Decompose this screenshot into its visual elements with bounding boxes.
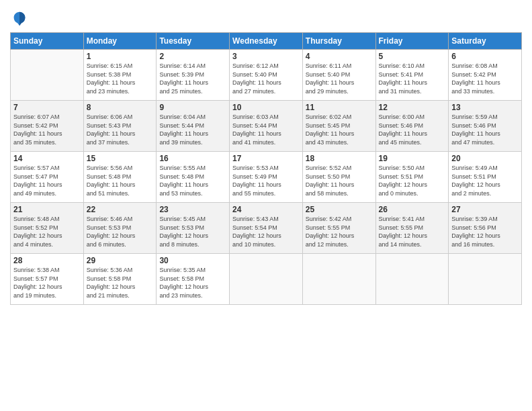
- col-sunday: Sunday: [11, 33, 84, 50]
- calendar-cell: 14Sunrise: 5:57 AM Sunset: 5:47 PM Dayli…: [11, 152, 84, 203]
- day-info: Sunrise: 6:00 AM Sunset: 5:46 PM Dayligh…: [379, 113, 446, 146]
- day-info: Sunrise: 6:12 AM Sunset: 5:40 PM Dayligh…: [232, 62, 300, 95]
- day-number: 24: [232, 205, 300, 214]
- day-number: 11: [306, 103, 373, 112]
- day-info: Sunrise: 5:46 AM Sunset: 5:53 PM Dayligh…: [87, 215, 154, 248]
- day-number: 19: [379, 154, 446, 163]
- col-friday: Friday: [375, 33, 449, 50]
- calendar-cell: 7Sunrise: 6:07 AM Sunset: 5:42 PM Daylig…: [11, 101, 84, 152]
- day-number: 20: [451, 154, 519, 163]
- calendar-cell: 16Sunrise: 5:55 AM Sunset: 5:48 PM Dayli…: [157, 152, 230, 203]
- page-container: Sunday Monday Tuesday Wednesday Thursday…: [0, 0, 532, 310]
- day-info: Sunrise: 6:04 AM Sunset: 5:44 PM Dayligh…: [159, 113, 226, 146]
- day-number: 10: [232, 103, 300, 112]
- calendar-cell: [302, 254, 375, 305]
- calendar-cell: 13Sunrise: 5:59 AM Sunset: 5:46 PM Dayli…: [449, 101, 522, 152]
- day-info: Sunrise: 5:45 AM Sunset: 5:53 PM Dayligh…: [159, 215, 226, 248]
- calendar-cell: 26Sunrise: 5:41 AM Sunset: 5:55 PM Dayli…: [375, 203, 449, 254]
- day-info: Sunrise: 6:10 AM Sunset: 5:41 PM Dayligh…: [379, 62, 446, 95]
- day-info: Sunrise: 5:36 AM Sunset: 5:58 PM Dayligh…: [87, 266, 154, 300]
- day-info: Sunrise: 6:15 AM Sunset: 5:38 PM Dayligh…: [87, 62, 154, 95]
- calendar-cell: 30Sunrise: 5:35 AM Sunset: 5:58 PM Dayli…: [157, 254, 230, 305]
- day-number: 6: [451, 52, 519, 61]
- col-thursday: Thursday: [302, 33, 375, 50]
- calendar-cell: 2Sunrise: 6:14 AM Sunset: 5:39 PM Daylig…: [157, 50, 230, 101]
- day-number: 15: [87, 154, 154, 163]
- calendar-week-row: 21Sunrise: 5:48 AM Sunset: 5:52 PM Dayli…: [11, 203, 522, 254]
- header: [10, 7, 522, 28]
- day-info: Sunrise: 5:55 AM Sunset: 5:48 PM Dayligh…: [159, 164, 226, 197]
- day-info: Sunrise: 5:38 AM Sunset: 5:57 PM Dayligh…: [13, 266, 81, 300]
- day-number: 18: [306, 154, 373, 163]
- calendar-cell: 25Sunrise: 5:42 AM Sunset: 5:55 PM Dayli…: [302, 203, 375, 254]
- calendar-body: 1Sunrise: 6:15 AM Sunset: 5:38 PM Daylig…: [11, 50, 522, 305]
- calendar-cell: 23Sunrise: 5:45 AM Sunset: 5:53 PM Dayli…: [157, 203, 230, 254]
- day-number: 3: [232, 52, 300, 61]
- calendar-cell: 19Sunrise: 5:50 AM Sunset: 5:51 PM Dayli…: [375, 152, 449, 203]
- day-number: 5: [379, 52, 446, 61]
- day-info: Sunrise: 6:08 AM Sunset: 5:42 PM Dayligh…: [451, 62, 519, 95]
- calendar-cell: [375, 254, 449, 305]
- day-info: Sunrise: 5:59 AM Sunset: 5:46 PM Dayligh…: [451, 113, 519, 146]
- day-info: Sunrise: 6:07 AM Sunset: 5:42 PM Dayligh…: [13, 113, 81, 146]
- col-wednesday: Wednesday: [230, 33, 303, 50]
- day-info: Sunrise: 5:53 AM Sunset: 5:49 PM Dayligh…: [232, 164, 300, 197]
- day-info: Sunrise: 6:03 AM Sunset: 5:44 PM Dayligh…: [232, 113, 300, 146]
- logo-icon: [10, 9, 29, 28]
- day-number: 4: [306, 52, 373, 61]
- day-number: 17: [232, 154, 300, 163]
- calendar-cell: [230, 254, 303, 305]
- day-number: 1: [87, 52, 154, 61]
- calendar-week-row: 7Sunrise: 6:07 AM Sunset: 5:42 PM Daylig…: [11, 101, 522, 152]
- day-info: Sunrise: 5:57 AM Sunset: 5:47 PM Dayligh…: [13, 164, 81, 197]
- day-number: 8: [87, 103, 154, 112]
- calendar-cell: 24Sunrise: 5:43 AM Sunset: 5:54 PM Dayli…: [230, 203, 303, 254]
- day-number: 25: [306, 205, 373, 214]
- day-number: 30: [159, 256, 226, 265]
- day-info: Sunrise: 6:11 AM Sunset: 5:40 PM Dayligh…: [306, 62, 373, 95]
- day-number: 26: [379, 205, 446, 214]
- calendar-cell: 28Sunrise: 5:38 AM Sunset: 5:57 PM Dayli…: [11, 254, 84, 305]
- calendar-cell: 12Sunrise: 6:00 AM Sunset: 5:46 PM Dayli…: [375, 101, 449, 152]
- day-info: Sunrise: 5:49 AM Sunset: 5:51 PM Dayligh…: [451, 164, 519, 197]
- calendar-table: Sunday Monday Tuesday Wednesday Thursday…: [10, 32, 522, 305]
- day-info: Sunrise: 5:43 AM Sunset: 5:54 PM Dayligh…: [232, 215, 300, 248]
- day-number: 23: [159, 205, 226, 214]
- calendar-cell: [11, 50, 84, 101]
- calendar-cell: 6Sunrise: 6:08 AM Sunset: 5:42 PM Daylig…: [449, 50, 522, 101]
- day-info: Sunrise: 5:42 AM Sunset: 5:55 PM Dayligh…: [306, 215, 373, 248]
- calendar-cell: 8Sunrise: 6:06 AM Sunset: 5:43 PM Daylig…: [83, 101, 157, 152]
- calendar-cell: 11Sunrise: 6:02 AM Sunset: 5:45 PM Dayli…: [302, 101, 375, 152]
- day-number: 7: [13, 103, 81, 112]
- calendar-header-row: Sunday Monday Tuesday Wednesday Thursday…: [11, 33, 522, 50]
- day-number: 28: [13, 256, 81, 265]
- calendar-cell: 27Sunrise: 5:39 AM Sunset: 5:56 PM Dayli…: [449, 203, 522, 254]
- day-info: Sunrise: 5:48 AM Sunset: 5:52 PM Dayligh…: [13, 215, 81, 248]
- day-info: Sunrise: 5:56 AM Sunset: 5:48 PM Dayligh…: [87, 164, 154, 197]
- day-number: 22: [87, 205, 154, 214]
- col-monday: Monday: [83, 33, 157, 50]
- day-info: Sunrise: 5:41 AM Sunset: 5:55 PM Dayligh…: [379, 215, 446, 248]
- day-info: Sunrise: 6:06 AM Sunset: 5:43 PM Dayligh…: [87, 113, 154, 146]
- day-number: 27: [451, 205, 519, 214]
- day-number: 14: [13, 154, 81, 163]
- day-info: Sunrise: 5:35 AM Sunset: 5:58 PM Dayligh…: [159, 266, 226, 300]
- day-number: 12: [379, 103, 446, 112]
- day-info: Sunrise: 5:50 AM Sunset: 5:51 PM Dayligh…: [379, 164, 446, 197]
- col-saturday: Saturday: [449, 33, 522, 50]
- calendar-cell: 21Sunrise: 5:48 AM Sunset: 5:52 PM Dayli…: [11, 203, 84, 254]
- calendar-cell: 29Sunrise: 5:36 AM Sunset: 5:58 PM Dayli…: [83, 254, 157, 305]
- calendar-cell: 18Sunrise: 5:52 AM Sunset: 5:50 PM Dayli…: [302, 152, 375, 203]
- calendar-cell: 15Sunrise: 5:56 AM Sunset: 5:48 PM Dayli…: [83, 152, 157, 203]
- calendar-week-row: 28Sunrise: 5:38 AM Sunset: 5:57 PM Dayli…: [11, 254, 522, 305]
- day-info: Sunrise: 6:02 AM Sunset: 5:45 PM Dayligh…: [306, 113, 373, 146]
- calendar-cell: 22Sunrise: 5:46 AM Sunset: 5:53 PM Dayli…: [83, 203, 157, 254]
- logo: [10, 9, 30, 28]
- calendar-cell: 1Sunrise: 6:15 AM Sunset: 5:38 PM Daylig…: [83, 50, 157, 101]
- calendar-cell: [449, 254, 522, 305]
- calendar-cell: 9Sunrise: 6:04 AM Sunset: 5:44 PM Daylig…: [157, 101, 230, 152]
- col-tuesday: Tuesday: [157, 33, 230, 50]
- calendar-cell: 10Sunrise: 6:03 AM Sunset: 5:44 PM Dayli…: [230, 101, 303, 152]
- day-number: 29: [87, 256, 154, 265]
- day-number: 13: [451, 103, 519, 112]
